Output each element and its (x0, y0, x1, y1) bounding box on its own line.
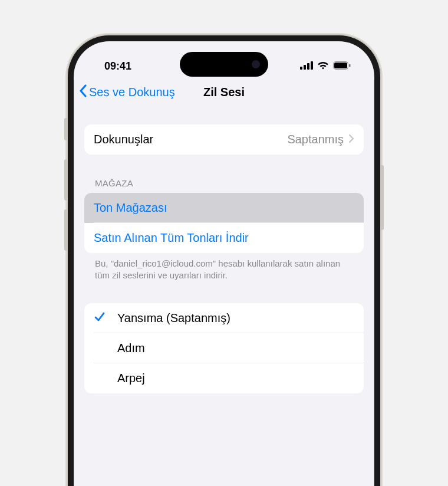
side-button-power (380, 165, 384, 230)
ringtone-label: Adım (117, 341, 145, 355)
side-button-volume-down (64, 209, 68, 251)
side-button-mute (64, 118, 68, 140)
nav-title: Zil Sesi (203, 86, 245, 99)
chevron-left-icon (78, 84, 88, 101)
content: Dokunuşlar Saptanmış MAĞAZA Ton Mağazası (74, 124, 374, 393)
side-button-volume-up (64, 159, 68, 201)
store-section-footer: Bu, "daniel_rico1@icloud.com" hesabı kul… (84, 253, 364, 282)
svg-rect-2 (307, 63, 309, 70)
haptics-value: Saptanmış (287, 133, 344, 146)
cellular-icon (300, 60, 313, 73)
dynamic-island (180, 52, 268, 77)
back-button[interactable]: Ses ve Dokunuş (78, 84, 175, 101)
nav-bar: Ses ve Dokunuş Zil Sesi (74, 78, 374, 108)
status-time: 09:41 (104, 60, 131, 73)
ringtone-label: Arpej (117, 372, 145, 385)
chevron-right-icon (348, 133, 354, 146)
ringtone-item[interactable]: Adım (84, 333, 364, 363)
svg-rect-1 (304, 65, 306, 70)
haptics-label: Dokunuşlar (94, 133, 153, 146)
screen: 09:41 (74, 41, 374, 486)
svg-rect-5 (334, 63, 347, 68)
svg-rect-6 (349, 64, 351, 67)
haptics-value-wrap: Saptanmış (287, 133, 354, 146)
tone-store-label: Ton Mağazası (94, 201, 167, 215)
svg-rect-0 (300, 67, 302, 70)
battery-icon (333, 60, 351, 73)
haptics-group: Dokunuşlar Saptanmış (84, 124, 364, 155)
ringtone-group: Yansıma (Saptanmış) Adım Arpej (84, 303, 364, 393)
wifi-icon (317, 60, 329, 73)
ringtone-label: Yansıma (Saptanmış) (117, 311, 230, 325)
haptics-cell[interactable]: Dokunuşlar Saptanmış (84, 124, 364, 155)
store-section-header: MAĞAZA (84, 155, 364, 193)
checkmark-icon (94, 311, 106, 326)
status-right (300, 60, 351, 73)
back-label: Ses ve Dokunuş (89, 86, 175, 99)
phone-frame: 09:41 (68, 35, 380, 486)
svg-rect-3 (311, 61, 313, 70)
ringtone-item[interactable]: Arpej (84, 363, 364, 393)
download-all-label: Satın Alınan Tüm Tonları İndir (94, 231, 249, 245)
store-group: Ton Mağazası Satın Alınan Tüm Tonları İn… (84, 193, 364, 253)
download-all-cell[interactable]: Satın Alınan Tüm Tonları İndir (84, 223, 364, 253)
tone-store-cell[interactable]: Ton Mağazası (84, 193, 364, 223)
ringtone-item[interactable]: Yansıma (Saptanmış) (84, 303, 364, 333)
